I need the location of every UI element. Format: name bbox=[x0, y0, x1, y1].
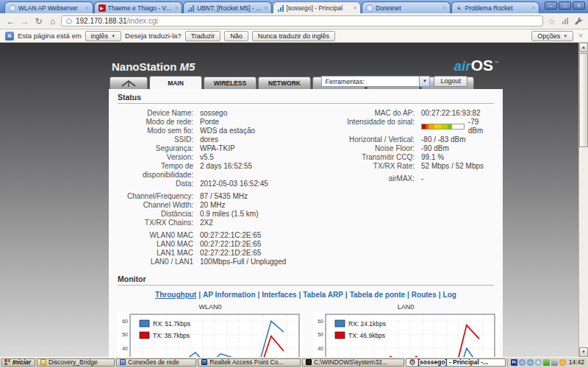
status-field-row: WLAN0 MAC00:27:22:1C:2E:65 bbox=[118, 231, 338, 240]
restore-button[interactable]: □ bbox=[559, 1, 571, 10]
browser-tab[interactable]: Doresnet× bbox=[362, 1, 451, 13]
translate-button[interactable]: Traduzir bbox=[185, 31, 221, 41]
browser-tab[interactable]: ➢Problema Rocket× bbox=[451, 1, 540, 13]
chart-canvas: 102030405060RX: 51.7kbpsTX: 38.7kbps bbox=[118, 312, 303, 357]
network-icon bbox=[120, 359, 126, 365]
status-field-row: SSID:dores bbox=[118, 135, 338, 144]
tab-close-icon[interactable]: × bbox=[354, 5, 356, 10]
tab-close-icon[interactable]: × bbox=[175, 5, 178, 10]
translate-icon: A bbox=[5, 32, 14, 40]
field-group: WLAN0 MAC00:27:22:1C:2E:65LAN0 MAC00:27:… bbox=[118, 231, 338, 266]
tab-close-icon[interactable]: × bbox=[85, 5, 88, 10]
field-label: TX/RX Rate: bbox=[345, 162, 421, 171]
tray-globe2-icon[interactable] bbox=[527, 359, 534, 366]
reload-icon[interactable]: ↻ bbox=[33, 15, 44, 27]
status-left-column: Device Name:sossegoModo de rede:PonteMod… bbox=[118, 109, 338, 270]
svg-text:50: 50 bbox=[122, 332, 128, 337]
start-button[interactable]: Iniciar bbox=[1, 358, 35, 367]
status-field-row: TX/RX Chains:2X2 bbox=[118, 219, 338, 227]
minimize-button[interactable]: – bbox=[545, 1, 557, 10]
field-value: 2012-05-03 16:52:45 bbox=[200, 180, 268, 188]
taskbar-button[interactable]: [sossego] - Principal -... bbox=[406, 358, 505, 367]
globe-icon bbox=[366, 4, 373, 12]
tray-clock-icon[interactable] bbox=[535, 359, 542, 366]
browser-tab[interactable]: [sossego] - Principal× bbox=[273, 1, 362, 13]
field-label: LAN0 / LAN1 bbox=[118, 258, 200, 266]
tab-title: UBNT: [Rocket M5] - Principal bbox=[197, 4, 262, 12]
field-label: Modo sem fio: bbox=[118, 127, 200, 135]
tray-pt-icon[interactable]: Pt bbox=[511, 359, 517, 366]
link-separator: | bbox=[345, 291, 348, 299]
scroll-up-icon[interactable]: ▲ bbox=[579, 43, 588, 52]
browser-tab[interactable]: UBNT: [Rocket M5] - Principal× bbox=[183, 1, 272, 13]
taskbar-button[interactable]: Realtek Access Point Co... bbox=[198, 358, 301, 367]
status-field-row: MAC do AP:00:27:22:16:93:82 bbox=[345, 109, 494, 118]
home-icon[interactable]: ⌂ bbox=[47, 15, 58, 27]
taskbar-button[interactable]: Conexões de rede bbox=[116, 358, 196, 367]
status-heading: Status bbox=[118, 93, 494, 102]
field-value: 00:27:22:1D:2E:65 bbox=[200, 240, 261, 249]
air-logo-text: air bbox=[453, 59, 470, 73]
monitor-link-tabela-arp[interactable]: Tabela ARP bbox=[303, 291, 343, 299]
tab-close-icon[interactable]: × bbox=[532, 5, 535, 10]
status-field-row: airMAX:- bbox=[345, 174, 494, 183]
link-separator: | bbox=[299, 291, 301, 299]
monitor-link-routes[interactable]: Routes bbox=[412, 291, 437, 299]
status-field-row: LAN0 / LAN1100Mbps-Full / Unplugged bbox=[118, 258, 338, 266]
status-field-row: Transmitir CCQ:99.1 % bbox=[345, 153, 494, 162]
forward-icon[interactable]: → bbox=[19, 15, 30, 27]
options-button[interactable]: Opções ▼ bbox=[531, 31, 573, 41]
no-button[interactable]: Não bbox=[224, 31, 248, 41]
infobar-close-icon[interactable]: × bbox=[578, 32, 583, 40]
browser-tab[interactable]: ▶Thaeme e Thiago - Vou dar c× bbox=[94, 1, 183, 13]
window-controls: – □ × bbox=[545, 1, 585, 10]
field-label: WLAN0 MAC bbox=[118, 231, 200, 240]
bookmark-star-icon[interactable]: ☆ bbox=[546, 15, 557, 27]
svg-text:40: 40 bbox=[318, 346, 323, 351]
nav-tab-main[interactable]: MAIN bbox=[149, 76, 202, 89]
logout-button[interactable]: Logout bbox=[434, 76, 467, 87]
tools-dropdown[interactable]: Ferramentas: ▼ bbox=[321, 76, 430, 87]
status-field-row: Horizontal / Vertical:-80 / -83 dBm bbox=[345, 135, 494, 144]
tray-net-icon[interactable] bbox=[551, 359, 558, 366]
tray-update-icon[interactable] bbox=[559, 359, 566, 366]
language-dropdown[interactable]: inglês ▼ bbox=[85, 31, 121, 41]
close-button[interactable]: × bbox=[573, 1, 585, 10]
translate-bar: A Esta página está em inglês ▼ Deseja tr… bbox=[0, 29, 588, 43]
field-label: TX/RX Chains: bbox=[118, 219, 200, 227]
signal-value: -79 dBm bbox=[468, 118, 494, 135]
taskbar-button[interactable]: C:\WINDOWS\system32... bbox=[302, 358, 404, 367]
field-label: Data: bbox=[118, 180, 200, 188]
status-field-row: Modo sem fio:WDS da estação bbox=[118, 127, 338, 135]
scroll-down-icon[interactable]: ▼ bbox=[579, 347, 588, 357]
tab-close-icon[interactable]: × bbox=[442, 5, 445, 10]
monitor-link-throughput[interactable]: Throughput bbox=[155, 291, 196, 299]
never-translate-button[interactable]: Nunca traduzir do inglês bbox=[252, 31, 335, 41]
scrollbar-thumb[interactable] bbox=[579, 53, 588, 147]
nav-tab-network[interactable]: NETWORK bbox=[258, 77, 311, 89]
tab-title: WLAN AP Webserver bbox=[18, 4, 83, 12]
monitor-link-log[interactable]: Log bbox=[443, 291, 456, 299]
monitor-link-ap-information[interactable]: AP Information bbox=[203, 291, 255, 299]
taskbar-button[interactable]: Discovery_Bridge bbox=[37, 358, 115, 367]
address-bar[interactable]: 192.170.188.31/index.cgi bbox=[61, 15, 543, 26]
status-field-row: Noise Floor:-90 dBm bbox=[345, 144, 494, 153]
status-field-row: LAN1 MAC02:27:22:1D:2E:65 bbox=[118, 249, 338, 258]
tray-globe1-icon[interactable] bbox=[519, 359, 526, 366]
field-value: 0.9 miles (1.5 km) bbox=[200, 210, 258, 219]
monitor-link-interfaces[interactable]: Interfaces bbox=[262, 291, 296, 299]
browser-tab[interactable]: WLAN AP Webserver× bbox=[4, 1, 93, 13]
stats-extension-icon[interactable] bbox=[562, 18, 568, 24]
realtek-icon bbox=[201, 359, 207, 365]
tray-shield-icon[interactable] bbox=[543, 359, 550, 366]
tab-ubnt-logo[interactable] bbox=[110, 77, 148, 89]
nav-tab-wireless[interactable]: WIRELESS bbox=[204, 77, 257, 89]
wrench-menu-icon[interactable] bbox=[573, 16, 583, 26]
vertical-scrollbar[interactable]: ▲ ▼ bbox=[578, 43, 588, 357]
field-value: 00:27:22:1C:2E:65 bbox=[200, 231, 261, 240]
field-value: -79 dBm bbox=[421, 118, 494, 135]
back-icon[interactable]: ← bbox=[5, 15, 16, 27]
airos-page: NanoStation M5 air OS ™ MAINWIRELESSNETW… bbox=[109, 43, 503, 357]
tab-close-icon[interactable]: × bbox=[264, 5, 267, 10]
monitor-link-tabela-de-ponte[interactable]: Tabela de ponte bbox=[350, 291, 405, 299]
